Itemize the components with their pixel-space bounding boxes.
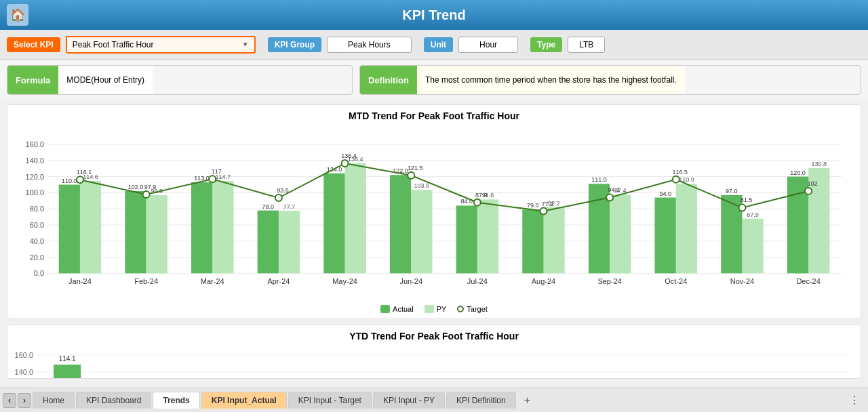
svg-text:60.0: 60.0	[30, 221, 44, 229]
svg-text:Jul-24: Jul-24	[467, 277, 488, 285]
tab-prev-button[interactable]: ‹	[3, 393, 16, 408]
svg-rect-58	[610, 195, 631, 274]
tab-kpi-input-actual[interactable]: KPI Input_Actual	[201, 392, 287, 409]
tab-add-button[interactable]: +	[517, 391, 537, 410]
unit-label: Unit	[424, 37, 453, 52]
legend-target-icon	[457, 306, 464, 312]
svg-text:81.5: 81.5	[741, 197, 753, 203]
svg-text:Nov-24: Nov-24	[730, 277, 754, 285]
svg-rect-19	[59, 185, 80, 274]
svg-text:79.0: 79.0	[527, 202, 539, 209]
svg-rect-44	[390, 175, 411, 273]
svg-point-78	[77, 176, 83, 183]
svg-text:103.5: 103.5	[414, 182, 430, 189]
svg-rect-33	[279, 211, 300, 273]
svg-text:Aug-24: Aug-24	[532, 277, 555, 285]
svg-rect-38	[345, 163, 366, 273]
svg-text:20.0: 20.0	[30, 253, 44, 262]
type-label: Type	[530, 37, 562, 52]
svg-text:120.0: 120.0	[790, 169, 806, 176]
svg-point-84	[474, 199, 481, 206]
svg-text:Dec-24: Dec-24	[796, 277, 820, 285]
legend-target-label: Target	[467, 305, 488, 313]
svg-text:111.0: 111.0	[591, 176, 607, 183]
svg-text:160.0: 160.0	[15, 351, 34, 359]
legend-py-label: PY	[437, 305, 447, 313]
svg-text:120.0: 120.0	[26, 173, 45, 181]
svg-rect-68	[742, 219, 763, 274]
svg-text:110.0: 110.0	[62, 178, 77, 184]
kpi-bar: Select KPI Peak Foot Traffic Hour ▼ KPI …	[0, 30, 868, 60]
svg-point-86	[606, 194, 613, 201]
ytd-chart-container: YTD Trend For Peak Foot Traffic Hour 160…	[7, 325, 861, 379]
svg-text:130.8: 130.8	[811, 161, 827, 167]
svg-text:140.0: 140.0	[26, 157, 45, 165]
svg-text:Apr-24: Apr-24	[267, 277, 290, 285]
svg-rect-48	[477, 199, 498, 273]
unit-value: Hour	[458, 37, 518, 53]
svg-text:77.2: 77.2	[542, 201, 554, 207]
tab-next-button[interactable]: ›	[18, 393, 31, 408]
tab-bar: ‹ › Home KPI Dashboard Trends KPI Input_…	[0, 388, 868, 412]
svg-rect-63	[676, 184, 697, 273]
svg-rect-34	[258, 211, 279, 274]
home-icon[interactable]: 🏠	[7, 4, 28, 26]
svg-text:94.1: 94.1	[608, 186, 620, 193]
svg-rect-29	[191, 182, 212, 273]
svg-text:80.0: 80.0	[30, 205, 44, 213]
formula-def-bar: Formula MODE(Hour of Entry) Definition T…	[0, 60, 868, 100]
svg-rect-28	[212, 181, 233, 273]
svg-rect-49	[456, 205, 477, 273]
svg-text:Sep-24: Sep-24	[597, 277, 621, 285]
svg-rect-43	[411, 190, 432, 273]
formula-value: MODE(Hour of Entry)	[58, 66, 153, 94]
formula-label: Formula	[7, 66, 58, 94]
svg-point-89	[805, 188, 812, 194]
svg-rect-39	[323, 173, 344, 273]
legend-py: PY	[425, 305, 447, 313]
svg-text:67.9: 67.9	[747, 211, 759, 218]
svg-text:116.1: 116.1	[77, 169, 92, 176]
svg-text:Jun-24: Jun-24	[399, 277, 422, 285]
tab-home[interactable]: Home	[33, 392, 75, 409]
kpi-dropdown[interactable]: Peak Foot Traffic Hour ▼	[66, 36, 256, 54]
svg-rect-54	[522, 209, 543, 273]
mtd-chart-svg: 0.020.040.060.080.0100.0120.0140.0160.0J…	[13, 124, 855, 300]
svg-text:102.0: 102.0	[128, 184, 144, 190]
definition-box: Definition The most common time period w…	[359, 65, 861, 95]
formula-box: Formula MODE(Hour of Entry)	[7, 65, 353, 95]
svg-point-82	[342, 160, 349, 167]
svg-point-85	[540, 208, 547, 215]
chart-legend: Actual PY Target	[13, 305, 855, 313]
type-value: LTB	[568, 37, 605, 53]
svg-text:Mar-24: Mar-24	[201, 277, 224, 285]
svg-text:100.0: 100.0	[26, 188, 45, 197]
svg-text:114.1: 114.1	[59, 355, 76, 363]
tab-kpi-input-py[interactable]: KPI Input - PY	[373, 392, 445, 409]
ytd-chart-title: YTD Trend For Peak Foot Traffic Hour	[13, 331, 855, 342]
svg-text:78.0: 78.0	[262, 203, 275, 210]
svg-text:May-24: May-24	[332, 277, 357, 285]
tab-kpi-dashboard[interactable]: KPI Dashboard	[76, 392, 151, 409]
svg-text:140.0: 140.0	[15, 368, 34, 376]
svg-text:102: 102	[808, 180, 818, 187]
svg-text:87.9: 87.9	[475, 192, 488, 199]
mtd-chart-title: MTD Trend For Peak Foot Traffic Hour	[13, 110, 855, 121]
kpi-group-value: Peak Hours	[327, 37, 412, 53]
svg-rect-64	[655, 198, 676, 274]
tab-trends[interactable]: Trends	[153, 392, 199, 409]
svg-text:77.7: 77.7	[283, 203, 296, 210]
svg-text:160.0: 160.0	[26, 140, 45, 148]
svg-text:116.5: 116.5	[673, 169, 688, 176]
tab-menu-button[interactable]: ⋮	[844, 390, 865, 410]
svg-text:93.6: 93.6	[277, 187, 289, 194]
select-kpi-label: Select KPI	[7, 37, 60, 52]
svg-text:97.9: 97.9	[144, 184, 157, 190]
tab-kpi-definition[interactable]: KPI Definition	[446, 392, 516, 409]
tab-kpi-input-target[interactable]: KPI Input - Target	[288, 392, 372, 409]
svg-point-80	[209, 176, 216, 182]
kpi-dropdown-value: Peak Foot Traffic Hour	[73, 40, 154, 49]
page-title: KPI Trend	[402, 7, 465, 23]
svg-rect-106	[54, 365, 81, 379]
svg-rect-24	[125, 191, 146, 273]
